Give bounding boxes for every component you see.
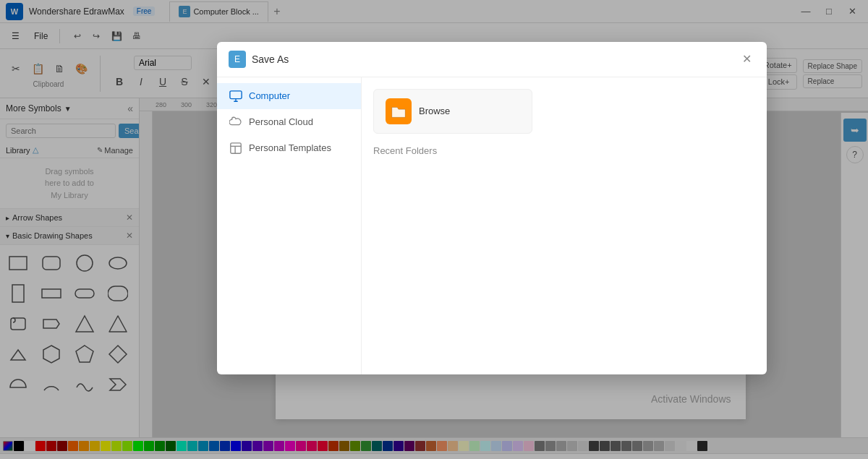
browse-label: Browse — [419, 106, 450, 116]
browse-folder-icon — [386, 98, 412, 124]
recent-folders-label: Recent Folders — [373, 145, 755, 156]
browse-button[interactable]: Browse — [373, 89, 532, 134]
dialog-close-button[interactable]: ✕ — [738, 51, 755, 68]
dialog-header: E Save As ✕ — [217, 42, 767, 77]
dialog-nav-templates[interactable]: Personal Templates — [217, 135, 361, 161]
cloud-nav-label: Personal Cloud — [249, 116, 313, 127]
dialog-nav-cloud[interactable]: Personal Cloud — [217, 109, 361, 135]
dialog-nav-computer[interactable]: Computer — [217, 83, 361, 109]
computer-icon — [229, 89, 243, 103]
dialog-sidebar: Computer Personal Cloud Personal Templat… — [217, 77, 362, 374]
templates-icon — [229, 141, 243, 155]
cloud-icon — [229, 115, 243, 129]
dialog-title-icon: E — [229, 51, 246, 68]
dialog-overlay: E Save As ✕ Computer Personal Cloud — [0, 0, 868, 459]
dialog-title: Save As — [252, 53, 289, 65]
dialog-body: Computer Personal Cloud Personal Templat… — [217, 77, 767, 374]
svg-rect-16 — [231, 142, 241, 153]
dialog-content: Browse Recent Folders — [362, 77, 767, 374]
save-as-dialog: E Save As ✕ Computer Personal Cloud — [217, 42, 767, 374]
templates-nav-label: Personal Templates — [249, 142, 331, 153]
computer-nav-label: Computer — [249, 90, 290, 101]
svg-rect-15 — [230, 90, 242, 98]
